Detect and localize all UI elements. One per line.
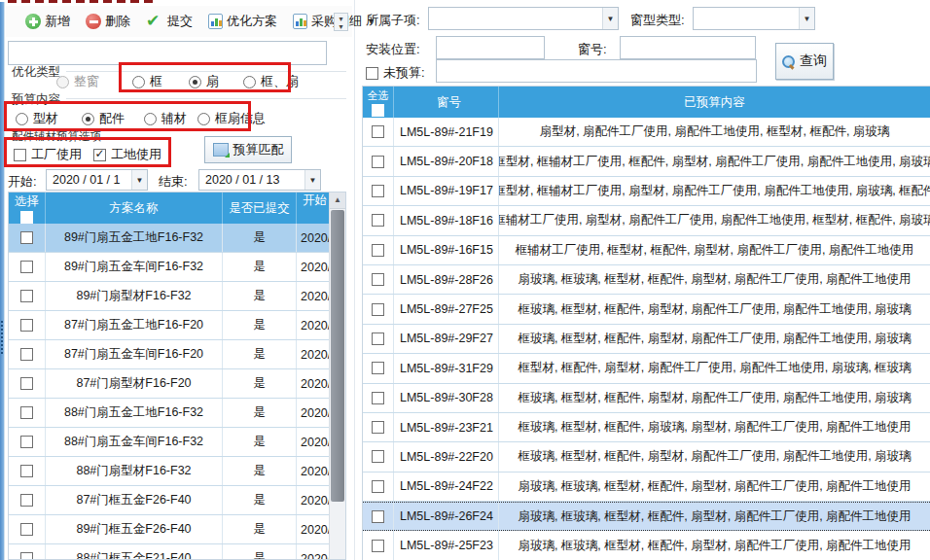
window-no-cell: LM5L-89#-19F17: [394, 177, 499, 205]
window-table-row[interactable]: LM5L-89#-23F21 框玻璃, 框型材, 框配件, 扇玻璃, 扇型材, …: [363, 413, 930, 442]
row-select-cell: [363, 413, 394, 441]
window-table-row[interactable]: LM5L-89#-25F23 扇玻璃, 框玻璃, 框型材, 框配件, 扇型材, …: [363, 531, 930, 560]
plan-table-row[interactable]: 88#门扇五金车间F16-F32 是 2020/0: [9, 428, 329, 457]
window-header-content[interactable]: 已预算内容: [499, 87, 930, 118]
row-checkbox[interactable]: [372, 480, 384, 493]
date-end-picker[interactable]: 2020 / 01 / 13 ▼: [198, 169, 321, 191]
select-all-checkbox[interactable]: [20, 211, 33, 224]
row-select-cell: [363, 147, 394, 175]
plan-table-row[interactable]: 89#门扇型材F16-F32 是 2020/0: [9, 282, 329, 311]
window-table-row[interactable]: LM5L-89#-16F15 框辅材工厂使用, 框型材, 框配件, 扇型材, 扇…: [363, 236, 930, 265]
row-checkbox[interactable]: [372, 125, 384, 138]
window-table-row[interactable]: LM5L-89#-29F27 框玻璃, 框型材, 框配件, 扇型材, 扇配件工厂…: [363, 325, 930, 354]
row-select-cell: [363, 295, 394, 323]
window-table-row[interactable]: LM5L-89#-26F24 扇玻璃, 框玻璃, 框型材, 框配件, 扇型材, …: [363, 502, 930, 531]
row-checkbox[interactable]: [20, 319, 33, 332]
scrollbar-thumb[interactable]: [331, 210, 344, 502]
row-checkbox[interactable]: [20, 406, 33, 419]
row-checkbox[interactable]: [372, 450, 384, 463]
no-budget-label: 未预算:: [383, 64, 425, 82]
row-checkbox[interactable]: [372, 273, 384, 286]
no-budget-checkbox[interactable]: 未预算:: [366, 64, 425, 82]
optimize-plan-button[interactable]: 优化方案: [202, 9, 283, 34]
add-button[interactable]: 新增: [19, 9, 76, 34]
plan-table-row[interactable]: 89#门扇五金车间F16-F32 是 2020/0: [9, 253, 329, 282]
row-checkbox[interactable]: [20, 465, 33, 477]
row-select-cell: [363, 472, 394, 501]
collapsed-side-splitter[interactable]: [0, 2, 5, 560]
window-table-row[interactable]: LM5L-89#-20F18 框型材, 框辅材工厂使用, 框配件, 扇型材, 扇…: [363, 147, 930, 176]
row-checkbox[interactable]: [20, 290, 33, 302]
plan-submitted-cell: 是: [223, 224, 297, 252]
select-all-checkbox[interactable]: [372, 104, 384, 117]
no-budget-input[interactable]: [436, 59, 757, 83]
plan-header-submitted[interactable]: 是否已提交: [223, 192, 297, 224]
plan-table-row[interactable]: 87#门扇五金车间F16-F20 是 2020/0: [9, 340, 329, 369]
row-checkbox[interactable]: [372, 156, 384, 168]
window-table-row[interactable]: LM5L-89#-31F29 框型材, 框配件, 扇型材, 扇配件工厂使用, 扇…: [363, 354, 930, 383]
plan-header-name[interactable]: 方案名称: [46, 192, 223, 224]
plan-header-start[interactable]: 开始: [297, 192, 329, 224]
row-checkbox[interactable]: [372, 392, 384, 404]
scrollbar-up-arrow[interactable]: ▲: [330, 192, 345, 209]
plan-table-scrollbar[interactable]: ▲: [329, 192, 345, 559]
row-checkbox[interactable]: [20, 523, 33, 536]
window-table-row[interactable]: LM5L-89#-21F19 扇型材, 扇配件工厂使用, 扇配件工地使用, 框型…: [363, 118, 930, 147]
plan-table-row[interactable]: 89#门框五金F26-F40 是 2020/0: [9, 515, 329, 544]
row-checkbox[interactable]: [372, 244, 384, 257]
plan-name-cell: 87#门扇五金车间F16-F20: [46, 340, 223, 368]
row-select-cell: [9, 311, 46, 339]
budget-match-button[interactable]: 预算匹配: [204, 136, 292, 163]
row-checkbox[interactable]: [20, 377, 33, 390]
radio-whole-window[interactable]: 整窗: [56, 73, 99, 90]
row-checkbox[interactable]: [20, 348, 33, 361]
row-checkbox[interactable]: [372, 421, 384, 434]
row-checkbox[interactable]: [372, 214, 384, 227]
plan-table-row[interactable]: 88#门扇型材F16-F32 是 2020/0: [9, 457, 329, 486]
window-no-input[interactable]: [620, 36, 756, 59]
plan-table-row[interactable]: 87#门扇五金工地F16-F20 是 2020/0: [9, 311, 329, 340]
plan-table-row[interactable]: 87#门框五金F26-F40 是 2020/0: [9, 486, 329, 515]
row-checkbox[interactable]: [20, 552, 33, 559]
plan-table-row[interactable]: 88#门扇五金工地F16-F32 是 2020/0: [9, 399, 329, 428]
row-checkbox[interactable]: [372, 185, 384, 197]
window-no-cell: LM5L-89#-24F22: [394, 472, 499, 501]
plan-table-row[interactable]: 89#门扇五金工地F16-F32 是 2020/0: [9, 224, 329, 253]
delete-button[interactable]: 删除: [80, 9, 136, 34]
row-checkbox[interactable]: [372, 540, 384, 552]
window-table-row[interactable]: LM5L-89#-19F17 框型材, 框辅材工厂使用, 扇型材, 扇配件工厂使…: [363, 177, 930, 206]
row-checkbox[interactable]: [20, 261, 33, 273]
row-checkbox[interactable]: [372, 362, 384, 374]
submit-button[interactable]: ✔ 提交: [140, 9, 198, 34]
row-checkbox[interactable]: [372, 303, 384, 316]
window-table-row[interactable]: LM5L-89#-18F16 框辅材工厂使用, 扇型材, 扇配件工厂使用, 扇配…: [363, 206, 930, 235]
chevron-down-icon[interactable]: ▼: [602, 8, 618, 29]
toolbar-overflow-button[interactable]: ▾▾: [334, 13, 348, 31]
plan-start-cell: 2020/0: [297, 399, 329, 427]
row-checkbox[interactable]: [20, 436, 33, 448]
plan-submitted-cell: 是: [223, 515, 297, 543]
date-start-picker[interactable]: 2020 / 01 / 1 ▼: [46, 169, 148, 191]
window-table-row[interactable]: LM5L-89#-30F28 框玻璃, 框型材, 框配件, 扇型材, 扇配件工厂…: [363, 384, 930, 413]
budgeted-content-cell: 框辅材工厂使用, 扇型材, 扇配件工厂使用, 扇配件工地使用, 框型材, 框配件…: [499, 206, 930, 234]
window-table-row[interactable]: LM5L-89#-24F22 扇玻璃, 框玻璃, 框型材, 框配件, 扇型材, …: [363, 472, 930, 502]
query-button[interactable]: 查询: [775, 43, 834, 80]
chevron-down-icon[interactable]: ▼: [131, 170, 147, 190]
plan-table-row[interactable]: 88#门框五金F21-F40 是 2020/0: [9, 544, 329, 559]
row-checkbox[interactable]: [372, 510, 384, 523]
window-table-row[interactable]: LM5L-89#-27F25 框玻璃, 框型材, 框配件, 扇型材, 扇配件工厂…: [363, 295, 930, 324]
sub-item-select[interactable]: ▼: [428, 7, 619, 30]
plan-name-cell: 88#门扇五金工地F16-F32: [46, 399, 223, 427]
window-type-select[interactable]: ▼: [693, 7, 815, 30]
install-position-input[interactable]: [436, 36, 545, 59]
row-select-cell: [363, 236, 394, 264]
row-checkbox[interactable]: [372, 332, 384, 345]
row-checkbox[interactable]: [20, 494, 33, 507]
window-table-row[interactable]: LM5L-89#-28F26 扇玻璃, 框玻璃, 框型材, 框配件, 扇型材, …: [363, 265, 930, 295]
row-checkbox[interactable]: [20, 231, 33, 244]
chevron-down-icon[interactable]: ▼: [799, 8, 814, 29]
plan-table-row[interactable]: 87#门扇型材F16-F20 是 2020/0: [9, 369, 329, 399]
chevron-down-icon[interactable]: ▼: [304, 170, 320, 190]
window-header-no[interactable]: 窗号: [394, 87, 499, 118]
window-table-row[interactable]: LM5L-89#-22F20 框玻璃, 框型材, 框配件, 扇型材, 扇配件工厂…: [363, 442, 930, 472]
